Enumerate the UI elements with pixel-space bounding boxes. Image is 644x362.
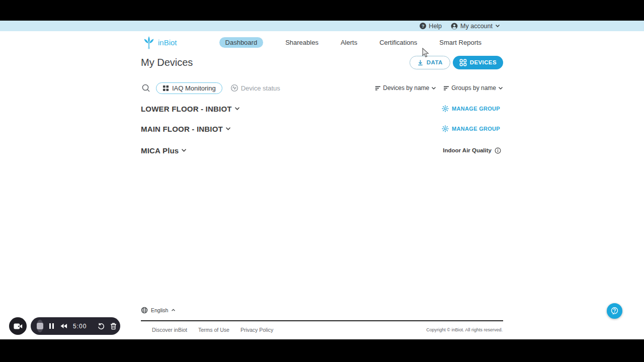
- restart-icon: [98, 323, 105, 330]
- globe-icon: [141, 307, 148, 314]
- main-nav: Dashboard Shareables Alerts Certificatio…: [219, 37, 482, 48]
- group-row: MICA Plus Indoor Air Quality: [141, 146, 503, 155]
- sort-devices-dropdown[interactable]: Devices by name: [375, 84, 436, 92]
- grid-icon: [459, 59, 467, 66]
- nav-alerts[interactable]: Alerts: [341, 39, 357, 46]
- chevron-down-icon: [431, 86, 436, 90]
- chevron-down-icon: [225, 127, 231, 131]
- download-icon: [417, 59, 424, 66]
- page-title: My Devices: [141, 57, 193, 68]
- footer-divider: [141, 320, 503, 321]
- restart-button[interactable]: [98, 323, 105, 330]
- sort-devices-label: Devices by name: [383, 84, 429, 92]
- nav-smart-reports[interactable]: Smart Reports: [439, 39, 481, 46]
- camera-button[interactable]: [9, 317, 27, 335]
- screen: ? Help My account: [0, 0, 644, 362]
- info-icon[interactable]: [495, 147, 501, 154]
- chevron-down-icon: [498, 86, 503, 90]
- rewind-button[interactable]: [60, 323, 67, 329]
- link-discover-inbiot[interactable]: Discover inBiot: [152, 327, 187, 333]
- group-name-label: LOWER FLOOR - INBIOT: [141, 105, 232, 113]
- status-pulse-icon: [230, 84, 238, 92]
- search-button[interactable]: [141, 83, 151, 93]
- screen-recorder-widget: 5:00: [9, 317, 120, 335]
- group-mica-plus-toggle[interactable]: MICA Plus: [141, 146, 187, 155]
- group-name-label: MAIN FLOOR - INBIOT: [141, 125, 223, 133]
- gear-icon: [442, 125, 449, 132]
- stop-icon: [37, 323, 43, 329]
- indoor-air-quality-label: Indoor Air Quality: [443, 147, 503, 154]
- empty-space: [141, 155, 503, 306]
- device-status-toggle[interactable]: Device status: [230, 84, 280, 92]
- iaq-monitoring-label: IAQ Monitoring: [172, 84, 216, 92]
- user-icon: [451, 23, 458, 30]
- group-lower-floor-toggle[interactable]: LOWER FLOOR - INBIOT: [141, 105, 240, 113]
- search-icon: [141, 83, 151, 93]
- sort-groups-dropdown[interactable]: Groups by name: [443, 84, 503, 92]
- recording-time: 5:00: [73, 323, 87, 330]
- sort-icon: [443, 85, 449, 91]
- utility-topbar: ? Help My account: [0, 21, 644, 31]
- chevron-up-icon: [171, 309, 176, 312]
- sort-icon: [375, 85, 381, 91]
- grid-small-icon: [163, 85, 169, 92]
- stop-button[interactable]: [37, 320, 43, 332]
- nav-shareables[interactable]: Shareables: [285, 39, 318, 46]
- help-label: Help: [429, 23, 442, 30]
- account-menu[interactable]: My account: [451, 23, 500, 30]
- chevron-down-icon: [181, 148, 187, 152]
- help-bubble-icon: [610, 306, 619, 316]
- data-button-label: DATA: [427, 59, 443, 65]
- brand-name: inBiot: [158, 38, 177, 47]
- device-status-label: Device status: [241, 84, 280, 92]
- iaq-text: Indoor Air Quality: [443, 147, 492, 153]
- group-row: LOWER FLOOR - INBIOT MANAGE GRO: [141, 104, 503, 113]
- manage-group-button[interactable]: MANAGE GROUP: [442, 125, 503, 132]
- devices-button-label: DEVICES: [470, 59, 497, 65]
- video-camera-icon: [14, 323, 23, 330]
- devices-button[interactable]: DEVICES: [453, 56, 503, 69]
- gear-icon: [442, 105, 449, 112]
- manage-group-button[interactable]: MANAGE GROUP: [442, 105, 503, 112]
- group-name-label: MICA Plus: [141, 146, 179, 155]
- recorder-controls: 5:00: [31, 317, 120, 335]
- nav-certifications[interactable]: Certifications: [379, 39, 417, 46]
- header-row: inBiot Dashboard Shareables Alerts Certi…: [141, 34, 503, 50]
- language-selector[interactable]: English: [141, 306, 503, 314]
- title-row: My Devices DATA: [141, 55, 503, 69]
- copyright-text: Copyright © inBiot. All rights reserved.: [426, 327, 503, 332]
- rewind-icon: [60, 323, 67, 329]
- pause-icon: [49, 323, 54, 329]
- group-main-floor-toggle[interactable]: MAIN FLOOR - INBIOT: [141, 125, 231, 133]
- iaq-monitoring-toggle[interactable]: IAQ Monitoring: [156, 82, 222, 94]
- sort-groups-label: Groups by name: [451, 84, 496, 92]
- main-area: inBiot Dashboard Shareables Alerts Certi…: [0, 31, 644, 339]
- chevron-down-icon: [495, 24, 500, 28]
- link-terms-of-use[interactable]: Terms of Use: [198, 327, 229, 333]
- account-label: My account: [460, 23, 493, 30]
- link-privacy-policy[interactable]: Privacy Policy: [240, 327, 273, 333]
- trash-icon: [110, 323, 117, 330]
- help-fab-button[interactable]: [607, 303, 622, 319]
- help-icon: ?: [420, 23, 426, 29]
- delete-button[interactable]: [110, 323, 117, 330]
- nav-dashboard[interactable]: Dashboard: [219, 37, 264, 48]
- filter-row: IAQ Monitoring Device status Devices by …: [141, 82, 503, 94]
- manage-group-label: MANAGE GROUP: [452, 106, 500, 112]
- language-label: English: [151, 307, 168, 313]
- help-menu[interactable]: ? Help: [420, 23, 442, 30]
- group-row: MAIN FLOOR - INBIOT MANAGE GROU: [141, 124, 503, 133]
- brand[interactable]: inBiot: [143, 36, 177, 49]
- data-button[interactable]: DATA: [410, 56, 450, 69]
- pause-button[interactable]: [49, 323, 54, 329]
- manage-group-label: MANAGE GROUP: [452, 126, 500, 132]
- inbiot-logo-icon: [143, 36, 155, 49]
- chevron-down-icon: [234, 107, 240, 111]
- footer-links: Discover inBiot Terms of Use Privacy Pol…: [141, 326, 503, 333]
